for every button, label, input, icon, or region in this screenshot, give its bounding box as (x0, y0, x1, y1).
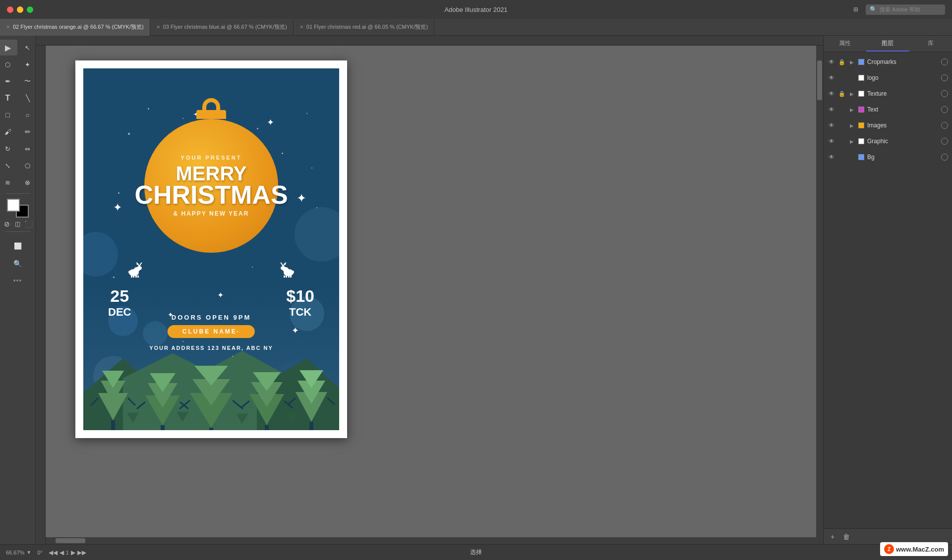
visibility-icon[interactable]: 👁 (828, 137, 835, 145)
visibility-icon[interactable]: 👁 (828, 106, 835, 113)
pattern-icon[interactable]: ⬛ (24, 220, 33, 228)
prev-btn[interactable]: ◀ (60, 549, 64, 556)
visibility-icon[interactable]: 👁 (828, 121, 835, 129)
expand-icon[interactable]: ▶ (848, 106, 855, 113)
color-swatches (7, 199, 29, 218)
svg-point-25 (291, 271, 294, 274)
shear-tool[interactable]: ⬠ (18, 158, 37, 173)
tab-layers[interactable]: 图层 (866, 36, 909, 52)
expand-icon[interactable]: ▶ (848, 138, 855, 145)
pencil-tool[interactable]: ✏ (18, 124, 37, 140)
fill-swatch[interactable] (7, 199, 20, 212)
more-tools[interactable]: ••• (13, 277, 22, 284)
traffic-lights (7, 6, 33, 13)
ball-cap (196, 110, 226, 119)
none-icon[interactable]: ⊘ (2, 220, 11, 228)
layer-color (858, 75, 864, 81)
layer-logo[interactable]: 👁 logo (824, 70, 952, 86)
zoom-control[interactable]: 66.67% ▼ (6, 550, 31, 556)
titlebar-right: ⊞ 🔍 搜索 Adobe 帮助 (851, 4, 945, 15)
lock-icon[interactable]: 🔒 (838, 90, 845, 97)
tab-blue[interactable]: ✕ 03 Flyer christmas blue.ai @ 66.67 % (… (150, 19, 294, 36)
panel-toggle-icon[interactable]: ⊞ (851, 4, 861, 14)
happy-new-year-text: & HAPPY NEW YEAR (174, 210, 249, 217)
layer-target[interactable] (941, 138, 948, 145)
layer-bg[interactable]: 👁 Bg (824, 149, 952, 165)
lock-spacer (838, 74, 845, 81)
layer-texture[interactable]: 👁 🔒 ▶ Texture (824, 86, 952, 102)
close-button[interactable] (7, 6, 13, 13)
layer-target[interactable] (941, 106, 948, 113)
rect-tool[interactable]: □ (0, 107, 17, 123)
scrollbar-horizontal[interactable] (46, 537, 816, 544)
tab-blue-label: 03 Flyer christmas blue.ai @ 66.67 % (CM… (163, 23, 287, 31)
layer-graphic[interactable]: 👁 ▶ Graphic (824, 133, 952, 149)
scrollbar-thumb-v[interactable] (817, 60, 822, 100)
layer-target[interactable] (941, 90, 948, 97)
lasso-tool[interactable]: ⬡ (0, 56, 17, 72)
zoom-tool[interactable]: 🔍 (8, 256, 27, 272)
layer-color (858, 107, 864, 112)
star-4: ✦ (297, 192, 306, 204)
tab-close-icon[interactable]: ✕ (299, 24, 303, 30)
layer-images[interactable]: 👁 ▶ Images (824, 117, 952, 133)
maximize-button[interactable] (27, 6, 33, 13)
tab-red[interactable]: ✕ 01 Flyer christmas red.ai @ 66.05 % (C… (294, 19, 434, 36)
scrollbar-vertical[interactable] (816, 46, 823, 544)
expand-icon[interactable]: ▶ (848, 58, 855, 65)
magic-wand-tool[interactable]: ✦ (18, 56, 37, 72)
color-swatch-area: ⊘ ◫ ⬛ (2, 199, 33, 228)
svg-rect-15 (290, 275, 292, 278)
expand-icon[interactable]: ▶ (848, 122, 855, 129)
line-tool[interactable]: ╲ (18, 90, 37, 106)
rotate-tool[interactable]: ↻ (0, 141, 17, 157)
curvature-tool[interactable]: 〜 (18, 73, 37, 89)
tab-properties[interactable]: 属性 (824, 36, 866, 52)
delete-layer-btn[interactable]: 🗑 (841, 532, 851, 542)
tab-library[interactable]: 库 (909, 36, 952, 52)
layer-target[interactable] (941, 154, 948, 161)
visibility-icon[interactable]: 👁 (828, 153, 835, 161)
next-btn[interactable]: ▶ (71, 549, 75, 556)
scale-tool[interactable]: ⤡ (0, 158, 17, 173)
type-tool[interactable]: T (0, 90, 17, 106)
ellipse-tool[interactable]: ○ (18, 107, 37, 123)
prev-page-btn[interactable]: ◀◀ (49, 549, 58, 556)
layer-target[interactable] (941, 58, 948, 65)
warp-tool[interactable]: ≋ (0, 174, 17, 190)
pen-tool[interactable]: ✒ (0, 73, 17, 89)
tab-orange[interactable]: ✕ 02 Flyer christmas orange.ai @ 66.67 %… (0, 19, 150, 36)
layer-target[interactable] (941, 122, 948, 129)
layer-name-logo: logo (867, 74, 938, 81)
minimize-button[interactable] (17, 6, 23, 13)
tab-close-icon[interactable]: ✕ (156, 24, 160, 30)
lock-icon[interactable]: 🔒 (838, 58, 845, 65)
paintbrush-tool[interactable]: 🖌 (0, 124, 17, 140)
svg-point-6 (137, 266, 142, 270)
layer-name-cropmarks: Cropmarks (867, 58, 938, 65)
layer-name-text: Text (867, 106, 938, 113)
layer-cropmarks[interactable]: 👁 🔒 ▶ Cropmarks (824, 54, 952, 70)
visibility-icon[interactable]: 👁 (828, 74, 835, 82)
direct-select-tool[interactable]: ↖ (18, 40, 37, 56)
layer-target[interactable] (941, 74, 948, 81)
layer-text[interactable]: 👁 ▶ Text (824, 102, 952, 117)
gradient-icon[interactable]: ◫ (13, 220, 22, 228)
tab-close-icon[interactable]: ✕ (6, 24, 10, 30)
reflect-tool[interactable]: ⇔ (18, 141, 37, 157)
width-tool[interactable]: ⊗ (18, 174, 37, 190)
rotation-control[interactable]: 0° (37, 550, 43, 556)
action-label: 选择 (470, 548, 482, 557)
select-tool[interactable]: ▶ (0, 40, 17, 56)
next-page-btn[interactable]: ▶▶ (77, 549, 86, 556)
ticket-price: $10 (286, 286, 314, 306)
zoom-dropdown-icon[interactable]: ▼ (26, 550, 31, 555)
visibility-icon[interactable]: 👁 (828, 58, 835, 66)
expand-icon[interactable]: ▶ (848, 90, 855, 97)
add-layer-btn[interactable]: + (828, 532, 837, 542)
artboard-tool[interactable]: ⬜ (8, 238, 27, 254)
scrollbar-thumb-h[interactable] (56, 538, 85, 543)
search-bar[interactable]: 🔍 搜索 Adobe 帮助 (866, 4, 945, 15)
visibility-icon[interactable]: 👁 (828, 90, 835, 98)
search-icon: 🔍 (870, 6, 877, 13)
